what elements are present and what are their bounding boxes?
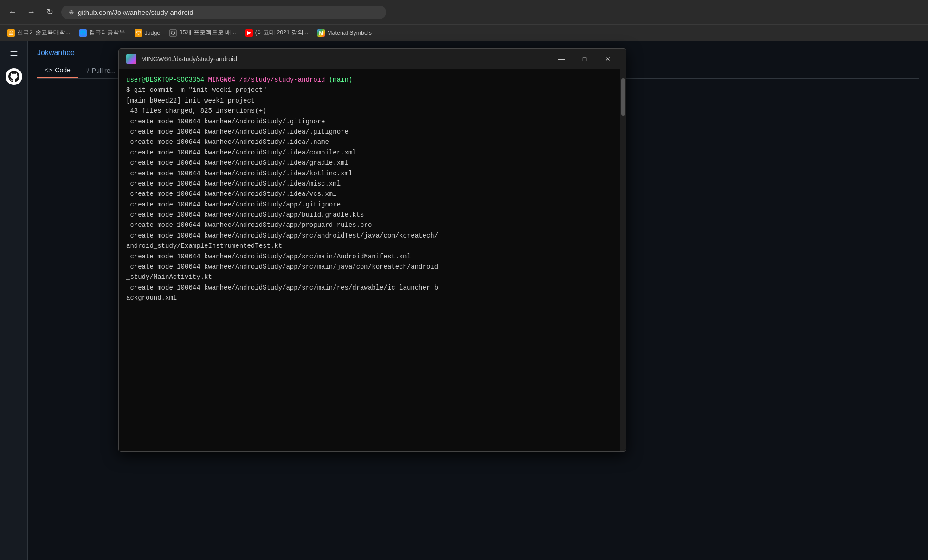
bookmark-icon: ▶ [245,29,253,37]
terminal-titlebar: MINGW64:/d/study/study-android — □ ✕ [119,49,626,69]
terminal-line-8: create mode 100644 kwanhee/AndroidStudy/… [126,168,619,179]
pullreq-icon: ⑂ [85,67,89,74]
bookmark-label: 컴퓨터공학부 [89,29,125,37]
back-button[interactable]: ← [6,5,19,19]
terminal-line-0: $ git commit -m "init week1 project" [126,85,619,95]
minimize-button[interactable]: — [551,52,572,66]
terminal-app-icon [126,54,136,64]
bookmark-icon: 🏛 [7,29,15,37]
terminal-line-18: _study/MainActivity.kt [126,272,619,282]
bookmark-item[interactable]: M Material Symbols [314,28,375,38]
bookmark-icon: M [317,29,325,37]
terminal-shell: MINGW64 [208,75,235,85]
terminal-prompt-line: user@DESKTOP-SOC3354 MINGW64 /d/study/st… [126,75,619,85]
bookmark-icon: 🌐 [79,29,87,37]
bookmark-label: 한국기술교육대학... [17,29,70,37]
bookmark-item[interactable]: 🏛 한국기술교육대학... [4,27,74,38]
lock-icon: ⊕ [69,8,74,16]
github-username[interactable]: Jokwanhee [37,49,75,57]
refresh-button[interactable]: ↻ [43,5,57,19]
tab-pullreq[interactable]: ⑂ Pull re... [78,63,123,78]
terminal-user: user@DESKTOP-SOC3354 [126,75,204,85]
terminal-line-4: create mode 100644 kwanhee/AndroidStudy/… [126,127,619,137]
terminal-sep2 [235,75,239,85]
terminal-line-5: create mode 100644 kwanhee/AndroidStudy/… [126,137,619,147]
terminal-line-19: create mode 100644 kwanhee/AndroidStudy/… [126,283,619,293]
bookmark-icon: ⬡ [169,29,177,37]
bookmark-item[interactable]: 🌐 컴퓨터공학부 [76,27,129,38]
bookmarks-bar: 🏛 한국기술교육대학... 🌐 컴퓨터공학부 🛡 Judge ⬡ 35개 프로젝… [0,24,928,41]
browser-chrome: ← → ↻ ⊕ 🏛 한국기술교육대학... 🌐 컴퓨터공학부 🛡 Judge ⬡… [0,0,928,41]
terminal-controls: — □ ✕ [551,52,619,66]
terminal-line-20: ackground.xml [126,293,619,303]
tab-code[interactable]: <> Code [37,63,78,78]
main-content: > Octo tree ≡ ☰ Jokwanhee <> Code ⑂ Pull… [0,41,928,560]
terminal-line-7: create mode 100644 kwanhee/AndroidStudy/… [126,158,619,168]
terminal-line-14: create mode 100644 kwanhee/AndroidStudy/… [126,231,619,241]
terminal-title: MINGW64:/d/study/study-android [141,55,546,63]
terminal-line-3: create mode 100644 kwanhee/AndroidStudy/… [126,116,619,127]
terminal-line-17: create mode 100644 kwanhee/AndroidStudy/… [126,262,619,272]
terminal-line-13: create mode 100644 kwanhee/AndroidStudy/… [126,220,619,230]
url-input[interactable] [78,8,379,16]
terminal-line-2: 43 files changed, 825 insertions(+) [126,106,619,116]
terminal-line-15: android_study/ExampleInstrumentedTest.kt [126,241,619,251]
terminal-line-12: create mode 100644 kwanhee/AndroidStudy/… [126,210,619,220]
tab-code-label: Code [55,66,70,74]
browser-toolbar: ← → ↻ ⊕ [0,0,928,24]
terminal-scrollbar-thumb[interactable] [621,78,625,116]
bookmark-item[interactable]: ⬡ 35개 프로젝트로 배... [166,27,239,38]
github-sidebar: ☰ [0,41,28,560]
code-icon: <> [45,66,52,74]
terminal-line-10: create mode 100644 kwanhee/AndroidStudy/… [126,189,619,199]
bookmark-item[interactable]: 🛡 Judge [131,28,164,38]
terminal-line-1: [main b0eed22] init week1 project [126,96,619,106]
terminal-sep3 [325,75,329,85]
terminal-line-9: create mode 100644 kwanhee/AndroidStudy/… [126,179,619,189]
bookmark-label: 35개 프로젝트로 배... [179,29,236,37]
terminal-line-16: create mode 100644 kwanhee/AndroidStudy/… [126,251,619,262]
address-bar[interactable]: ⊕ [61,6,386,19]
bookmark-label: (이코테 2021 강의... [255,29,308,37]
hamburger-menu-icon[interactable]: ☰ [7,47,21,64]
terminal-branch: (main) [329,75,352,85]
terminal-body[interactable]: user@DESKTOP-SOC3354 MINGW64 /d/study/st… [119,69,626,451]
terminal-line-6: create mode 100644 kwanhee/AndroidStudy/… [126,148,619,158]
terminal-path: /d/study/study-android [239,75,325,85]
bookmark-label: Judge [144,30,160,36]
close-button[interactable]: ✕ [597,52,619,66]
tab-pullreq-label: Pull re... [92,67,116,74]
forward-button[interactable]: → [24,5,38,19]
bookmark-icon: 🛡 [135,29,142,37]
terminal-sep [204,75,208,85]
terminal-line-11: create mode 100644 kwanhee/AndroidStudy/… [126,200,619,210]
github-logo[interactable] [6,68,22,85]
bookmark-label: Material Symbols [327,30,372,36]
terminal-scrollbar[interactable] [620,69,626,451]
bookmark-item[interactable]: ▶ (이코테 2021 강의... [242,27,312,38]
terminal-window: MINGW64:/d/study/study-android — □ ✕ use… [118,48,626,452]
maximize-button[interactable]: □ [574,52,595,66]
